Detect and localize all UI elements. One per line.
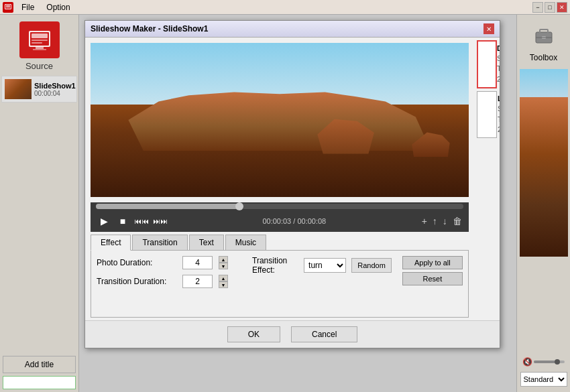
transition-effect-select[interactable]: turn fade slide zoom — [304, 258, 346, 273]
volume-area: 🔇 — [520, 354, 567, 369]
tab-music[interactable]: Music — [225, 235, 266, 250]
tab-effect[interactable]: Effect — [91, 235, 131, 251]
time-display: 00:00:03 / 00:00:08 — [262, 217, 326, 225]
source-icon-box[interactable] — [19, 21, 60, 58]
slide-info-1: Lighthouse Slide: 4s Transition: 2s — [498, 94, 500, 135]
effect-panel: Photo Duration: ▲ ▼ — [91, 251, 469, 318]
slideshow-time: 00:00:04 — [34, 90, 76, 97]
slide-slide-0: Slide: 4s — [497, 54, 500, 64]
progress-fill — [96, 204, 243, 209]
source-area: Source — [0, 15, 78, 74]
toolbox-preview-image — [520, 69, 568, 257]
progress-bar-container[interactable] — [91, 202, 469, 210]
menu-bar: File Option — [16, 1, 76, 13]
toolbox-area: Toolbox — [520, 20, 567, 66]
slide-name-0: Desert — [497, 44, 500, 52]
video-area: ▶ ■ ⏮⏮ ⏭⏭ 00:00:03 / 00:00:08 + ↑ ↓ 🗑 — [85, 38, 474, 320]
left-sidebar-inner: Source SlideShow1 00:00:04 — [0, 15, 78, 104]
quality-select[interactable]: Standard High Low — [520, 372, 567, 387]
app-window: File Option − □ ✕ — [0, 0, 570, 392]
svg-rect-7 — [32, 40, 48, 41]
fast-forward-button[interactable]: ⏭⏭ — [152, 213, 168, 229]
video-landscape — [91, 43, 469, 197]
source-label: Source — [25, 61, 53, 71]
slide-transition-0: Transition: 2s — [497, 64, 500, 84]
volume-slider[interactable] — [534, 361, 565, 363]
title-bar-controls: − □ ✕ — [532, 2, 567, 13]
add-title-label: Add title — [25, 360, 54, 369]
dialog-close-button[interactable]: ✕ — [483, 23, 494, 34]
menu-file[interactable]: File — [16, 1, 40, 13]
add-title-button[interactable]: Add title — [3, 356, 76, 373]
transition-duration-row: Transition Duration: ▲ ▼ — [97, 275, 228, 288]
dialog-title: Slideshow Maker - SlideShow1 — [91, 24, 208, 34]
slideshow-list-item[interactable]: SlideShow1 00:00:04 — [1, 76, 77, 103]
ok-button[interactable]: OK — [227, 326, 280, 342]
svg-rect-10 — [33, 49, 46, 50]
toolbox-label: Toolbox — [530, 53, 557, 62]
transition-duration-spinner: ▲ ▼ — [219, 275, 228, 288]
title-bar: File Option − □ ✕ — [0, 0, 570, 15]
dialog-body: ▶ ■ ⏮⏮ ⏭⏭ 00:00:03 / 00:00:08 + ↑ ↓ 🗑 — [85, 38, 500, 320]
photo-duration-label: Photo Duration: — [97, 258, 177, 267]
slideshow-name: SlideShow1 — [34, 82, 76, 90]
svg-rect-2 — [6, 5, 10, 7]
modal-dialog: Slideshow Maker - SlideShow1 ✕ — [84, 20, 500, 348]
video-controls: ▶ ■ ⏮⏮ ⏭⏭ 00:00:03 / 00:00:08 + ↑ ↓ 🗑 — [91, 210, 469, 232]
random-button[interactable]: Random — [351, 258, 392, 273]
move-up-button[interactable]: ↑ — [431, 214, 439, 228]
app-icon — [3, 2, 13, 13]
volume-thumb[interactable] — [555, 359, 560, 365]
move-down-button[interactable]: ↓ — [441, 214, 449, 228]
transition-effect-label: Transition Effect: — [252, 256, 298, 275]
play-button[interactable]: ▶ — [96, 213, 112, 229]
transition-duration-down[interactable]: ▼ — [219, 281, 228, 288]
slide-controls: + ↑ ↓ 🗑 — [420, 214, 463, 228]
slide-name-1: Lighthouse — [498, 94, 500, 103]
menu-option[interactable]: Option — [41, 1, 75, 13]
transition-duration-label: Transition Duration: — [97, 277, 177, 286]
maximize-button[interactable]: □ — [545, 2, 555, 13]
tab-transition[interactable]: Transition — [132, 235, 187, 250]
photo-duration-up[interactable]: ▲ — [219, 256, 228, 263]
svg-rect-6 — [32, 34, 48, 38]
slide-info-0: Desert Slide: 4s Transition: 2s — [497, 44, 500, 84]
transition-duration-up[interactable]: ▲ — [219, 275, 228, 281]
slideshow-info: SlideShow1 00:00:04 — [34, 82, 76, 97]
tab-text[interactable]: Text — [189, 235, 224, 250]
photo-duration-row: Photo Duration: ▲ ▼ — [97, 256, 228, 269]
volume-fill — [534, 361, 555, 363]
add-slide-button[interactable]: + — [420, 214, 429, 228]
right-sidebar: Toolbox 🔇 Standard H — [516, 15, 570, 392]
stop-button[interactable]: ■ — [115, 213, 131, 229]
minimize-button[interactable]: − — [532, 2, 543, 13]
svg-rect-8 — [32, 42, 42, 44]
apply-to-all-button[interactable]: Apply to all — [402, 256, 463, 269]
cancel-button[interactable]: Cancel — [291, 326, 357, 342]
video-player — [91, 43, 469, 197]
reset-button[interactable]: Reset — [402, 272, 463, 285]
svg-rect-9 — [36, 47, 44, 49]
transition-effect-row: Transition Effect: turn fade slide zoom — [239, 256, 392, 275]
transition-duration-input[interactable] — [182, 275, 213, 288]
progress-thumb[interactable] — [235, 202, 243, 210]
close-button[interactable]: ✕ — [557, 2, 567, 13]
slideshow-thumbnail — [5, 79, 32, 99]
main-content: Source SlideShow1 00:00:04 Add title — [0, 15, 570, 392]
rewind-button[interactable]: ⏮⏮ — [133, 213, 150, 229]
progress-bar[interactable] — [96, 204, 463, 209]
svg-rect-3 — [6, 7, 10, 8]
slide-slide-1: Slide: 4s — [498, 104, 500, 114]
photo-duration-spinner: ▲ ▼ — [219, 256, 228, 269]
slide-list-item-0[interactable]: Desert Slide: 4s Transition: 2s — [477, 40, 497, 88]
photo-duration-input[interactable] — [182, 256, 213, 269]
dialog-footer: OK Cancel — [85, 320, 500, 348]
center-area: Slideshow Maker - SlideShow1 ✕ — [79, 15, 516, 392]
slide-list-item-1[interactable]: Lighthouse Slide: 4s Transition: 2s — [477, 91, 497, 138]
delete-slide-button[interactable]: 🗑 — [451, 214, 463, 228]
slide-list: Desert Slide: 4s Transition: 2s Lighthou… — [474, 38, 500, 320]
volume-icon: 🔇 — [522, 357, 532, 367]
svg-rect-12 — [540, 29, 548, 34]
photo-duration-down[interactable]: ▼ — [219, 263, 228, 269]
title-input[interactable] — [3, 376, 76, 389]
